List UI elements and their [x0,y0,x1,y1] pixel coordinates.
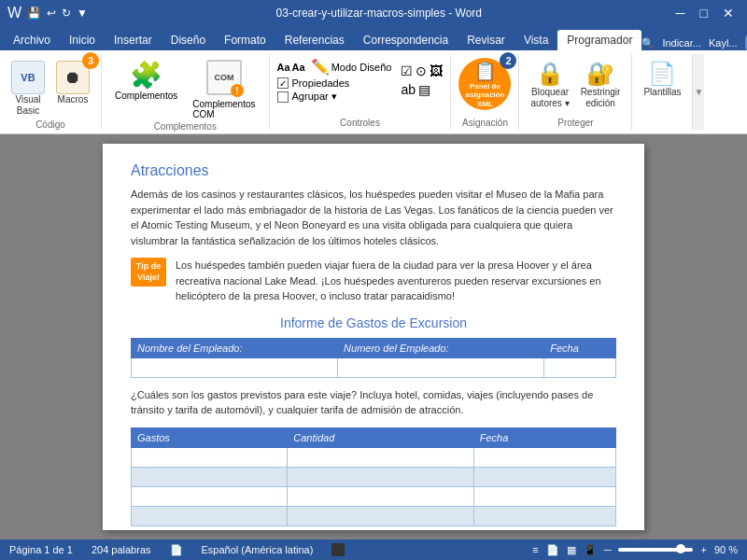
plantillas-button[interactable]: 📄 Plantillas [640,58,684,101]
view-grid-icon[interactable]: ▦ [567,544,576,556]
track-changes-indicator [331,543,345,556]
vb-icon: VB [11,61,45,94]
minimize-btn[interactable]: ─ [670,6,691,21]
bloquear-label: Bloquearautores ▾ [530,87,569,109]
control-icon-1[interactable]: ☑ [401,63,413,78]
codigo-items: VB VisualBasic ⏺ 3 Macros [7,54,93,119]
expense-table-2: Gastos Cantidad Fecha [131,427,616,526]
tab-programador[interactable]: Programador [557,30,641,50]
propiedades-row[interactable]: Propiedades [277,77,392,89]
aa-label1: Aa [277,62,290,73]
agrupar-row[interactable]: Agrupar ▾ [277,91,392,103]
view-mobile-icon[interactable]: 📱 [584,544,597,556]
view-page-icon[interactable]: 📄 [546,544,559,556]
title-bar: W 💾 ↩ ↻ ▼ 03-crear-y-utilizar-macros-sim… [0,0,747,26]
controles-icons-row2: ab ▤ [401,82,443,97]
control-icon-2[interactable]: ⊙ [416,63,427,78]
bloquear-icon: 🔒 [536,61,564,87]
status-bar-right: ≡ 📄 ▦ 📱 ─ + 90 % [532,544,738,556]
controles-icons-row1: ☑ ⊙ 🖼 [401,63,443,78]
view-normal-icon[interactable]: ≡ [532,544,538,555]
table-row [132,467,616,486]
plantillas-icon: 📄 [648,61,676,87]
complementos-com-button[interactable]: COM ! ComplementosCOM [187,58,261,121]
control-icon-5[interactable]: ▤ [418,82,430,97]
controles-top-row: Aa Aa ✏️ Modo Diseño Propiedades Agrupar… [277,58,444,103]
doc-paragraph1: Además de los casinos y restaurantes clá… [131,187,616,248]
ribbon-scroll-btn[interactable]: ▼ [693,54,704,130]
restringir-icon: 🔐 [586,61,614,87]
tab-correspondencia[interactable]: Correspondencia [354,30,458,50]
aa-label2: Aa [292,62,305,73]
complementos-label: Complementos [115,91,177,101]
redo-quick-btn[interactable]: ↻ [62,7,71,20]
tab-formato[interactable]: Formato [215,30,275,50]
tip-text: Los huéspedes también pueden viajar fuer… [176,258,616,304]
tab-diseno[interactable]: Diseño [162,30,215,50]
restringir-edicion-button[interactable]: 🔐 Restringiredición [577,58,625,112]
tab-inicio[interactable]: Inicio [60,30,105,50]
table1-row1-col1 [132,357,338,377]
tab-insertar[interactable]: Insertar [105,30,162,50]
table1-header-nombre: Nombre del Empleado: [132,338,338,357]
word-logo-icon: W [7,5,21,21]
modo-diseno-row[interactable]: Aa Aa ✏️ Modo Diseño [277,58,392,76]
visual-basic-button[interactable]: VB VisualBasic [7,58,49,119]
agrupar-checkbox[interactable] [277,91,289,103]
qa-dropdown-btn[interactable]: ▼ [77,7,88,20]
tab-archivo[interactable]: Archivo [4,30,60,50]
complementos-button[interactable]: 🧩 Complementos [109,58,183,103]
save-quick-btn[interactable]: 💾 [27,7,41,20]
language-label: Español (América latina) [202,544,314,555]
table2-header-fecha: Fecha [473,427,615,447]
zoom-in-btn[interactable]: + [700,544,706,555]
restore-btn[interactable]: □ [695,6,713,21]
controles-checkboxes: Aa Aa ✏️ Modo Diseño Propiedades Agrupar… [277,58,392,103]
language-icon: 📄 [170,544,183,556]
table-row [132,447,616,467]
table1-header-numero: Numero del Empleado: [338,338,544,357]
control-icon-3[interactable]: 🖼 [430,63,443,78]
tab-search-area: 🔍 Indicar... Kayl... Compartir [641,35,747,50]
tab-revisar[interactable]: Revisar [458,30,514,50]
quick-access-toolbar: 💾 ↩ ↻ ▼ [27,7,88,20]
bloquear-autores-button[interactable]: 🔒 Bloquearautores ▾ [527,58,572,112]
user-account[interactable]: Kayl... [709,37,738,49]
control-icon-4[interactable]: ab [401,82,416,97]
com-warning-icon: ! [231,84,244,97]
close-btn[interactable]: ✕ [717,6,740,21]
zoom-slider[interactable] [618,548,693,552]
macros-button[interactable]: ⏺ 3 Macros [52,58,93,108]
ribbon-group-complementos: 🧩 Complementos COM ! ComplementosCOM Com… [102,54,270,130]
title-bar-left: W 💾 ↩ ↻ ▼ [7,5,88,21]
controles-group-label: Controles [340,118,380,130]
asignacion-badge: 2 [500,52,516,69]
zoom-level: 90 % [714,544,738,555]
table1-row1-col3 [544,357,616,377]
complementos-items: 🧩 Complementos COM ! ComplementosCOM [109,54,261,121]
search-label[interactable]: Indicar... [662,37,701,49]
proteger-group-label: Proteger [557,118,593,130]
plantillas-items: 📄 Plantillas [640,54,684,128]
table-row [132,357,616,377]
propiedades-label: Propiedades [292,77,350,89]
ribbon-group-proteger: 🔒 Bloquearautores ▾ 🔐 Restringiredición … [519,54,632,130]
ribbon-content: VB VisualBasic ⏺ 3 Macros Código 🧩 Compl… [0,50,747,134]
ribbon-group-controles: Aa Aa ✏️ Modo Diseño Propiedades Agrupar… [270,54,452,130]
controles-items: Aa Aa ✏️ Modo Diseño Propiedades Agrupar… [277,54,444,118]
expense-table-1: Nombre del Empleado: Numero del Empleado… [131,338,616,378]
undo-quick-btn[interactable]: ↩ [47,7,56,20]
page-info: Página 1 de 1 [9,544,73,555]
codigo-group-label: Código [35,119,65,132]
plantillas-label: Plantillas [643,87,681,98]
tab-referencias[interactable]: Referencias [275,30,354,50]
tab-vista[interactable]: Vista [514,30,557,50]
macros-badge: 3 [82,52,99,69]
zoom-out-btn[interactable]: ─ [604,544,612,555]
asignacion-items: 📋 Panel deasignación XML 2 [458,54,511,118]
propiedades-checkbox[interactable] [277,77,289,89]
agrupar-label: Agrupar ▾ [292,91,337,103]
com-icon: COM ! [206,60,242,95]
status-bar: Página 1 de 1 204 palabras 📄 Español (Am… [0,539,747,560]
ribbon-group-codigo: VB VisualBasic ⏺ 3 Macros Código [0,54,102,130]
